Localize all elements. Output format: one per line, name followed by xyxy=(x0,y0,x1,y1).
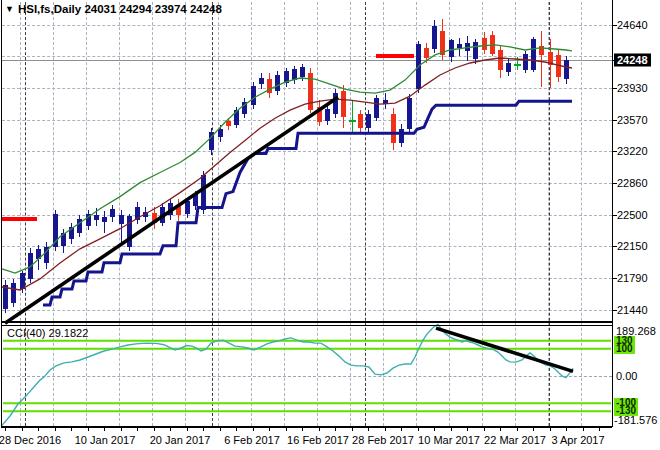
date-axis-label: 3 Apr 2017 xyxy=(551,434,604,446)
date-axis-tick xyxy=(55,428,56,431)
cci-value: 29.1822 xyxy=(49,327,89,339)
price-axis-label: 22860 xyxy=(617,178,648,189)
date-axis-tick xyxy=(566,428,567,431)
price-axis-label: 21440 xyxy=(617,304,648,315)
date-axis-tick xyxy=(467,428,468,431)
date-axis-tick xyxy=(583,428,584,431)
ma-slow-line xyxy=(2,58,572,290)
uptrend-trendline xyxy=(5,97,338,323)
date-axis-label: 28 Feb 2017 xyxy=(352,434,414,446)
price-axis-label: 23930 xyxy=(617,83,648,94)
date-axis-tick xyxy=(500,428,501,431)
date-axis-tick xyxy=(352,428,353,431)
cci-name: CCI(40) xyxy=(7,327,46,339)
cci-level-label: -130 xyxy=(614,406,638,416)
date-axis-tick xyxy=(550,428,551,431)
chart-dropdown-icon[interactable]: ▼ xyxy=(5,4,14,14)
date-axis-tick xyxy=(22,428,23,431)
date-axis-tick xyxy=(38,428,39,431)
date-axis-tick xyxy=(451,428,452,431)
date-axis-label: 10 Jan 2017 xyxy=(75,434,136,446)
date-axis-tick xyxy=(170,428,171,431)
price-axis-label: 23220 xyxy=(617,146,648,157)
cci-zero-label: 0.00 xyxy=(616,371,637,382)
price-chart-window[interactable]: ▼HSI,fs,Daily 24031 24294 23974 24248 CC… xyxy=(0,0,660,450)
cci-series-line xyxy=(2,325,573,426)
panel-divider-inner xyxy=(1,325,612,326)
chart-right-border xyxy=(612,0,613,427)
date-axis-tick xyxy=(484,428,485,431)
date-axis-tick xyxy=(88,428,89,431)
date-axis-tick xyxy=(203,428,204,431)
chart-left-border xyxy=(1,0,2,427)
date-axis-label: 28 Dec 2016 xyxy=(0,434,61,446)
support-step-line xyxy=(43,101,572,305)
date-axis-label: 20 Jan 2017 xyxy=(150,434,211,446)
panel-divider xyxy=(1,321,612,323)
price-axis-label: 22150 xyxy=(617,241,648,252)
chart-title: ▼HSI,fs,Daily 24031 24294 23974 24248 xyxy=(5,3,222,15)
date-axis-tick xyxy=(104,428,105,431)
price-axis-label: 21790 xyxy=(617,273,648,284)
date-axis-tick xyxy=(319,428,320,431)
date-axis-tick xyxy=(5,428,6,431)
date-axis-tick xyxy=(253,428,254,431)
date-axis-tick xyxy=(220,428,221,431)
date-axis-label: 16 Feb 2017 xyxy=(287,434,349,446)
date-axis-tick xyxy=(533,428,534,431)
date-axis-tick xyxy=(269,428,270,431)
date-axis-label: 22 Mar 2017 xyxy=(484,434,546,446)
date-axis-tick xyxy=(434,428,435,431)
date-axis-label: 10 Mar 2017 xyxy=(418,434,480,446)
date-axis-tick xyxy=(385,428,386,431)
date-axis-tick xyxy=(187,428,188,431)
date-axis-tick xyxy=(121,428,122,431)
chart-title-text: HSI,fs,Daily 24031 24294 23974 24248 xyxy=(18,3,222,15)
date-axis-tick xyxy=(236,428,237,431)
date-axis-tick xyxy=(286,428,287,431)
price-axis-label: 22500 xyxy=(617,210,648,221)
date-axis-tick xyxy=(368,428,369,431)
chart-bottom-border xyxy=(1,426,612,428)
date-axis-tick xyxy=(71,428,72,431)
price-axis-label: 24640 xyxy=(617,20,648,31)
date-axis-tick xyxy=(418,428,419,431)
cci-indicator-label: CCI(40) 29.1822 xyxy=(7,327,88,339)
cci-level-label: 100 xyxy=(614,344,635,354)
date-axis-tick xyxy=(137,428,138,431)
indicator-overlay-layer xyxy=(0,0,660,450)
date-axis-tick xyxy=(154,428,155,431)
date-axis-tick xyxy=(517,428,518,431)
date-axis-tick xyxy=(401,428,402,431)
current-price-label: 24248 xyxy=(614,54,651,67)
date-axis-tick xyxy=(302,428,303,431)
date-axis-tick xyxy=(335,428,336,431)
ma-fast-line xyxy=(2,45,572,273)
date-axis-label: 6 Feb 2017 xyxy=(224,434,280,446)
date-axis-tick xyxy=(599,428,600,431)
price-axis-label: 23570 xyxy=(617,115,648,126)
